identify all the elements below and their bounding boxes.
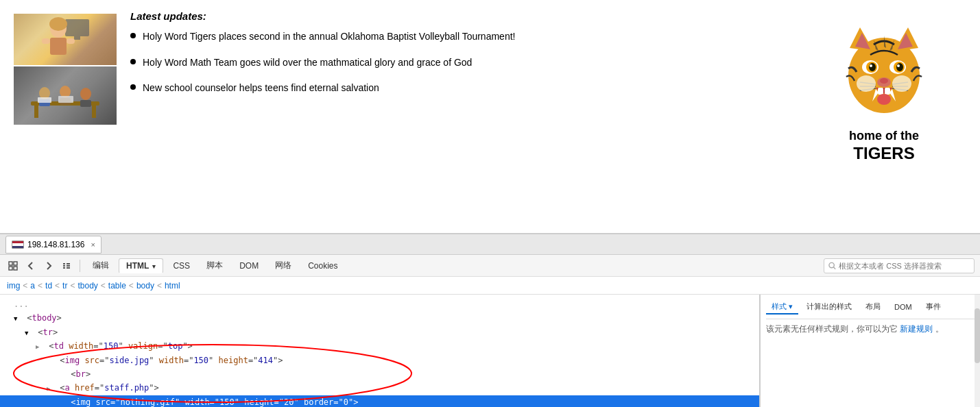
html-panel-wrapper: ... ▼ <tbody> ▼ <tr> ▶ <td width="150" (0, 295, 761, 407)
svg-rect-40 (9, 262, 12, 265)
svg-rect-48 (63, 267, 65, 269)
jisuan-label: 计算出的样式 (806, 302, 852, 310)
search-input[interactable] (839, 262, 970, 270)
new-rule-link[interactable]: 新建规则 (900, 324, 933, 334)
styles-tab-jisuan[interactable]: 计算出的样式 (801, 300, 857, 314)
svg-point-3 (49, 17, 67, 31)
tab-jiaoben-label: 脚本 (206, 260, 223, 270)
bullet-1 (130, 33, 136, 38)
home-of-the-text: home of the (829, 129, 939, 144)
webpage-area: Latest updates: Holy Word Tigers places … (0, 0, 980, 233)
svg-rect-42 (9, 267, 12, 270)
expand-icon-tbody[interactable]: ▼ (14, 314, 21, 324)
tab-html[interactable]: HTML ▾ (119, 258, 163, 273)
bullet-3 (130, 84, 136, 90)
tab-css[interactable]: CSS (166, 259, 197, 273)
styles-dropdown-arrow: ▾ (789, 302, 793, 310)
tab-cookies[interactable]: Cookies (301, 259, 344, 273)
breadcrumb-item-table[interactable]: table (108, 281, 126, 291)
expand-icon-tr[interactable]: ▼ (25, 328, 32, 338)
tab-dom-label: DOM (239, 261, 259, 271)
expand-icon-a[interactable]: ▶ (47, 384, 53, 394)
tab-dom[interactable]: DOM (232, 259, 265, 273)
sep-4: < (70, 281, 75, 291)
svg-rect-5 (42, 38, 50, 44)
buju-label: 布局 (865, 302, 881, 310)
tree-line-a-staff[interactable]: ▶ <a href="staff.php"> (0, 381, 759, 395)
tab-bianji[interactable]: 编辑 (86, 258, 116, 273)
styles-tab-label: 样式 (772, 302, 787, 310)
breadcrumb-item-img[interactable]: img (7, 281, 20, 291)
svg-point-28 (880, 78, 888, 84)
svg-point-50 (829, 262, 834, 267)
tiger-svg (836, 21, 932, 123)
svg-point-37 (877, 94, 891, 105)
html-panel[interactable]: ... ▼ <tbody> ▼ <tr> ▶ <td width="150" (0, 295, 761, 407)
nav-back-button[interactable] (23, 258, 38, 273)
shijian-label: 事件 (926, 302, 941, 310)
no-rules-suffix: 。 (935, 324, 944, 334)
styles-scrollbar[interactable] (975, 295, 980, 407)
list-icon (62, 261, 71, 271)
svg-rect-6 (67, 38, 75, 44)
tree-line-img-nothing[interactable]: ▶ <img src="nothing.gif" width="150" hei… (0, 395, 759, 407)
ip-address-label: 198.148.81.136 (27, 240, 84, 249)
svg-rect-36 (885, 88, 890, 95)
toolbar-separator-1 (80, 260, 80, 272)
styles-tab-buju[interactable]: 布局 (860, 300, 886, 314)
tab-wangluo[interactable]: 网络 (268, 258, 298, 273)
svg-point-38 (857, 75, 876, 92)
svg-rect-0 (65, 19, 89, 36)
breadcrumb-item-body[interactable]: body (136, 281, 154, 291)
forward-icon (44, 261, 53, 271)
ip-tab[interactable]: 198.148.81.136 × (5, 236, 101, 254)
sep-2: < (38, 281, 43, 291)
breadcrumb-item-td[interactable]: td (45, 281, 52, 291)
list-button[interactable] (59, 258, 74, 273)
tiger-image (836, 21, 932, 123)
breadcrumb-item-tbody[interactable]: tbody (77, 281, 97, 291)
svg-rect-45 (67, 263, 70, 264)
nav-forward-button[interactable] (41, 258, 56, 273)
sep-5: < (101, 281, 106, 291)
devtools-toolbar: 编辑 HTML ▾ CSS 脚本 DOM 网络 Cookies (0, 255, 980, 277)
tab-cookies-label: Cookies (308, 261, 337, 271)
tab-jiaoben[interactable]: 脚本 (200, 258, 230, 273)
update-text-3: New school counselor helps teens find et… (143, 82, 379, 95)
no-rules-text: 该元素无任何样式规则，你可以为它 (766, 324, 898, 334)
inspect-button[interactable] (5, 258, 21, 273)
tree-line-td-150[interactable]: ▶ <td width="150" valign="top"> (0, 339, 759, 353)
tree-line-img-side[interactable]: ▶ <img src="side.jpg" width="150" height… (0, 354, 759, 367)
tab-close-icon[interactable]: × (91, 241, 95, 249)
svg-point-26 (897, 64, 900, 67)
side-image-top (14, 14, 117, 65)
tigers-text: TIGERS (829, 144, 939, 163)
styles-panel-header: 样式 ▾ 计算出的样式 布局 DOM 事件 (766, 300, 975, 319)
breadcrumb-item-html[interactable]: html (165, 281, 180, 291)
svg-point-24 (896, 63, 903, 71)
tab-bianji-label: 编辑 (93, 260, 109, 270)
group-image (21, 69, 110, 123)
devtools-main: ... ▼ <tbody> ▼ <tr> ▶ <td width="150" (0, 295, 980, 407)
breadcrumb-item-tr[interactable]: tr (62, 281, 67, 291)
svg-rect-9 (92, 106, 96, 118)
styles-tab-yangshi[interactable]: 样式 ▾ (766, 300, 798, 314)
tree-line-ellipsis: ... (0, 297, 759, 311)
tree-line-tbody[interactable]: ▼ <tbody> (0, 311, 759, 325)
styles-tab-dom2[interactable]: DOM (889, 301, 918, 314)
sep-6: < (129, 281, 134, 291)
svg-rect-17 (58, 96, 73, 103)
dom2-label: DOM (894, 303, 912, 311)
sep-7: < (157, 281, 162, 291)
tree-line-br[interactable]: ▶ <br> (0, 367, 759, 381)
search-icon (828, 262, 836, 270)
svg-point-23 (869, 63, 876, 71)
scrollbar-thumb[interactable] (975, 308, 980, 363)
svg-line-51 (833, 267, 835, 269)
tree-line-tr[interactable]: ▼ <tr> (0, 325, 759, 339)
bullet-2 (130, 59, 136, 64)
expand-icon-td[interactable]: ▶ (36, 342, 43, 352)
svg-rect-44 (63, 263, 65, 264)
styles-tab-shijian[interactable]: 事件 (920, 300, 946, 314)
breadcrumb-item-a[interactable]: a (30, 281, 35, 291)
